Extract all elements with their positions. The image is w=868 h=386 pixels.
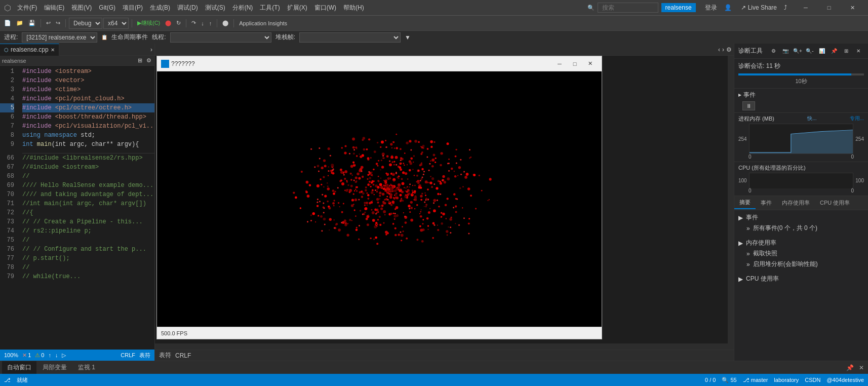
diag-pin2-btn[interactable]: ⊞ (841, 46, 852, 57)
vis-settings-btn[interactable]: ⚙ (726, 46, 732, 53)
memory-private-label: 专用... (850, 115, 864, 123)
stop-btn[interactable]: ⬤ (163, 19, 173, 27)
menu-window[interactable]: 窗口(W) (311, 3, 339, 13)
save-btn[interactable]: 💾 (26, 19, 37, 27)
open-btn[interactable]: 📁 (14, 19, 25, 27)
menu-edit[interactable]: 编辑(E) (41, 3, 67, 13)
lifecycle-icon: 📋 (101, 34, 107, 40)
cpu-section-icon: ▶ (738, 276, 743, 283)
float-close-btn[interactable]: ✕ (582, 59, 598, 69)
diag-tab-memory[interactable]: 内存使用率 (777, 197, 815, 209)
cpu-max-label: 100 (738, 178, 747, 183)
vis-scrollbar[interactable] (728, 56, 734, 350)
menu-file[interactable]: 文件(F) (14, 3, 40, 13)
editor-options-btn[interactable]: ⚙ (145, 57, 152, 64)
pause-btn[interactable]: ⏸ (742, 101, 755, 110)
events-label: 事件 (743, 91, 756, 99)
menu-view[interactable]: 视图(V) (68, 3, 95, 13)
vis-hscrollbar[interactable] (155, 343, 728, 350)
editor-tabs: ⬡ realsense.cpp ✕ › (0, 44, 154, 56)
diagnostics-panel: 诊断工具 ⚙ 📷 🔍+ 🔍- 📊 📌 ⊞ ✕ 诊断会话: 11 秒 10秒 (734, 44, 868, 361)
diag-tab-cpu[interactable]: CPU 使用率 (815, 197, 855, 209)
editor-panel: ⬡ realsense.cpp ✕ › realsense ⊞ ⚙ 1 2 3 … (0, 44, 155, 361)
breakpoint-btn[interactable]: ⬤ (220, 19, 230, 27)
callstack-arrow: ▼ (405, 34, 411, 41)
vis-scroll-right[interactable]: › (722, 46, 724, 53)
diag-settings-btn[interactable]: ⚙ (768, 46, 779, 57)
start-btn[interactable]: ▶ 继续(C) (135, 18, 162, 28)
time-label: 10秒 (795, 78, 807, 85)
heap-analysis-item[interactable]: » 启用堆分析(会影响性能) (738, 259, 864, 269)
maximize-button[interactable]: □ (817, 0, 841, 15)
live-share-button[interactable]: ↗ Live Share (737, 3, 781, 12)
platform-select[interactable]: x64 (103, 18, 129, 29)
close-button[interactable]: ✕ (841, 0, 864, 15)
menu-extensions[interactable]: 扩展(X) (284, 3, 310, 13)
menu-project[interactable]: 项目(P) (120, 3, 146, 13)
editor-tab-realsense[interactable]: ⬡ realsense.cpp ✕ (0, 44, 59, 56)
menu-test[interactable]: 测试(S) (202, 3, 228, 13)
undo-btn[interactable]: ↩ (44, 19, 53, 27)
step-out-btn[interactable]: ↑ (207, 19, 214, 27)
menu-analyze[interactable]: 分析(N) (229, 3, 256, 13)
bottom-tab-auto[interactable]: 自动窗口 (2, 361, 36, 374)
tab-scroll-right[interactable]: › (148, 46, 154, 53)
warning-count: ⚠ 0 (35, 352, 44, 359)
title-search-input[interactable] (598, 3, 658, 13)
diag-pin-btn[interactable]: 📌 (828, 46, 840, 57)
nav-position: 0 / 0 (705, 377, 716, 383)
split-editor-btn[interactable]: ⊞ (137, 57, 143, 64)
cpu-section-label: CPU 使用率 (746, 275, 779, 283)
diag-zoom-out-btn[interactable]: 🔍- (804, 46, 815, 57)
point-cloud-view[interactable] (157, 71, 602, 327)
menu-git[interactable]: Git(G) (96, 3, 119, 12)
float-min-btn[interactable]: ─ (552, 59, 567, 69)
bottom-panel-close[interactable]: ✕ (857, 362, 866, 373)
snapshot-item[interactable]: » 截取快照 (738, 248, 864, 259)
debug-mode-select[interactable]: Debug (69, 18, 102, 29)
thread-select[interactable] (170, 32, 271, 43)
tab-modified: ✕ (51, 47, 55, 53)
diag-close-btn[interactable]: ✕ (853, 46, 864, 57)
diag-tab-summary[interactable]: 摘要 (734, 197, 756, 209)
step-into-btn[interactable]: ↓ (199, 19, 206, 27)
restart-btn[interactable]: ↻ (174, 19, 183, 27)
profile-label: laboratory (774, 377, 799, 383)
redo-btn[interactable]: ↪ (54, 19, 62, 27)
minimize-button[interactable]: ─ (794, 0, 817, 15)
process-select[interactable]: [32152] realsense.exe (22, 32, 97, 43)
vis-scroll-left[interactable]: ‹ (718, 46, 720, 53)
callstack-select[interactable] (299, 32, 401, 43)
share-icon: ⤴ (784, 4, 787, 11)
login-button[interactable]: 登录 (701, 3, 721, 13)
memory-min-right: 0 (851, 154, 854, 160)
menu-tools[interactable]: 工具(T) (257, 3, 283, 13)
table-label: 表符 (159, 351, 171, 360)
menu-build[interactable]: 生成(B) (147, 3, 173, 13)
diag-chart-btn[interactable]: 📊 (816, 46, 827, 57)
float-max-btn[interactable]: □ (567, 59, 582, 69)
bottom-tab-watch[interactable]: 监视 1 (73, 361, 100, 374)
menu-debug[interactable]: 调试(D) (174, 3, 201, 13)
diag-zoom-in-btn[interactable]: 🔍+ (792, 46, 803, 57)
nav-down-btn[interactable]: ↓ (55, 352, 58, 358)
point-cloud-window: ??????? ─ □ ✕ 500.0 FPS (156, 56, 602, 339)
diag-camera-btn[interactable]: 📷 (780, 46, 791, 57)
title-bar: ⬡ 文件(F) 编辑(E) 视图(V) Git(G) 项目(P) 生成(B) 调… (0, 0, 868, 15)
scroll-btn[interactable]: ▷ (62, 352, 66, 359)
diag-tab-events[interactable]: 事件 (756, 197, 777, 209)
menu-help[interactable]: 帮助(H) (340, 3, 367, 13)
code-editor[interactable]: 1 2 3 4 5 6 7 8 9 66 67 68 69 70 71 72 7… (0, 66, 154, 350)
float-footer: 500.0 FPS (157, 327, 602, 339)
new-file-btn[interactable]: 📄 (2, 19, 13, 27)
code-content[interactable]: #include <iostream> #include <vector> #i… (18, 66, 154, 350)
nav-up-btn[interactable]: ↑ (48, 352, 51, 358)
heap-label: 启用堆分析(会影响性能) (753, 260, 818, 268)
memory-section-icon: ▶ (738, 240, 743, 247)
bottom-tab-locals[interactable]: 局部变量 (37, 361, 72, 374)
editor-status-bar: 100% ✕ 1 ⚠ 0 ↑ ↓ ▷ CRLF 表符 (0, 350, 154, 361)
thread-label: 线程: (152, 33, 166, 42)
bottom-panel-pin[interactable]: 📌 (844, 362, 856, 373)
debug-bar: 进程: [32152] realsense.exe 📋 生命周期事件 线程: 堆… (0, 30, 868, 44)
step-over-btn[interactable]: ↷ (189, 19, 198, 27)
